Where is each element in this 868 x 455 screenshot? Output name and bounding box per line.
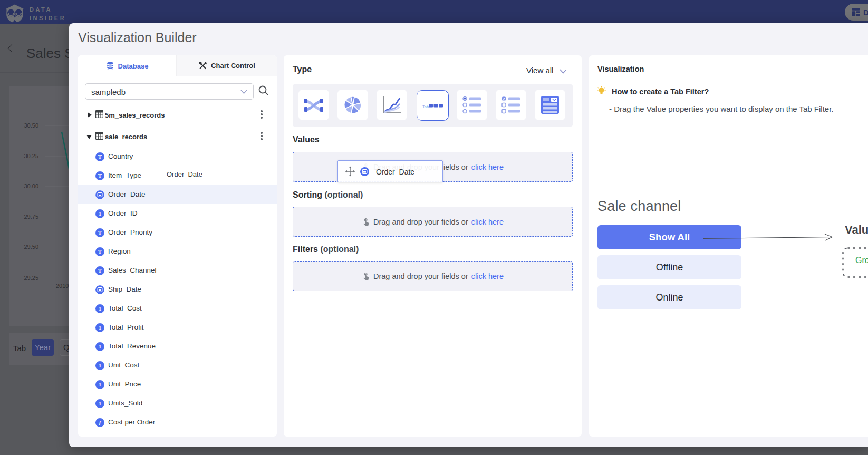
svg-text:Tab: Tab xyxy=(422,104,429,109)
